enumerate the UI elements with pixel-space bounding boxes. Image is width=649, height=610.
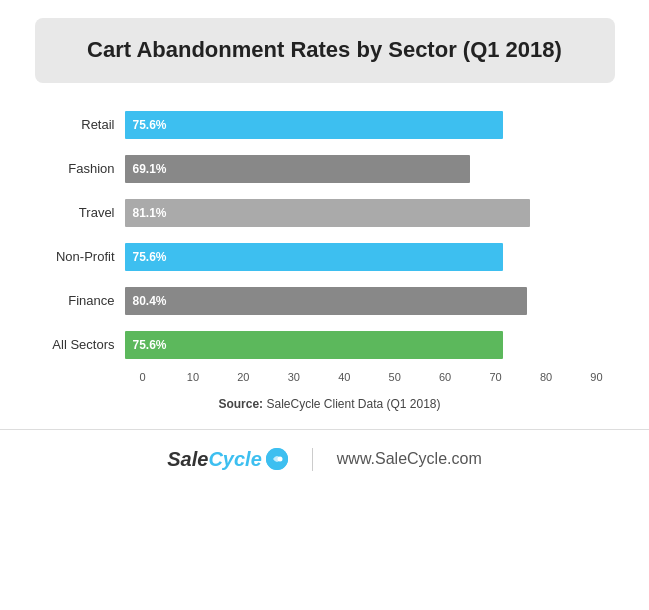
x-axis-label: 30: [276, 371, 312, 383]
x-axis-label: 0: [125, 371, 161, 383]
bar: 75.6%: [125, 331, 503, 359]
source-value: SaleCycle Client Data (Q1 2018): [263, 397, 440, 411]
bar-container: 75.6%: [125, 331, 615, 359]
bar-container: 81.1%: [125, 199, 615, 227]
bar-value-label: 81.1%: [133, 206, 167, 220]
x-axis-label: 50: [377, 371, 413, 383]
chart-title: Cart Abandonment Rates by Sector (Q1 201…: [65, 36, 585, 65]
bar-row: Retail75.6%: [45, 103, 615, 147]
footer: SaleCycle www.SaleCycle.com: [0, 429, 649, 489]
bar-label: Non-Profit: [45, 249, 125, 264]
brand-icon: [266, 448, 288, 470]
bar-value-label: 75.6%: [133, 118, 167, 132]
bar-row: Finance80.4%: [45, 279, 615, 323]
bar: 69.1%: [125, 155, 471, 183]
chart-bars: Retail75.6%Fashion69.1%Travel81.1%Non-Pr…: [45, 103, 615, 367]
bar-container: 80.4%: [125, 287, 615, 315]
bar-label: Fashion: [45, 161, 125, 176]
x-axis: 0102030405060708090: [125, 371, 615, 383]
x-axis-label: 80: [528, 371, 564, 383]
x-axis-labels: 0102030405060708090: [125, 371, 615, 383]
page-container: Cart Abandonment Rates by Sector (Q1 201…: [0, 0, 649, 610]
x-axis-label: 40: [326, 371, 362, 383]
chart-title-box: Cart Abandonment Rates by Sector (Q1 201…: [35, 18, 615, 83]
bar-value-label: 75.6%: [133, 250, 167, 264]
bar-container: 75.6%: [125, 243, 615, 271]
x-axis-label: 60: [427, 371, 463, 383]
x-axis-label: 20: [225, 371, 261, 383]
source-label: Source:: [218, 397, 263, 411]
bar-row: All Sectors75.6%: [45, 323, 615, 367]
bar-value-label: 80.4%: [133, 294, 167, 308]
bar-label: All Sectors: [45, 337, 125, 352]
bar-value-label: 69.1%: [133, 162, 167, 176]
bar-value-label: 75.6%: [133, 338, 167, 352]
bar-row: Non-Profit75.6%: [45, 235, 615, 279]
brand-logo: SaleCycle: [167, 448, 313, 471]
footer-url: www.SaleCycle.com: [313, 450, 482, 468]
bar-label: Travel: [45, 205, 125, 220]
source-text: Source: SaleCycle Client Data (Q1 2018): [45, 397, 615, 411]
bar-container: 75.6%: [125, 111, 615, 139]
x-axis-label: 70: [478, 371, 514, 383]
x-axis-label: 10: [175, 371, 211, 383]
bar: 75.6%: [125, 243, 503, 271]
bar-label: Retail: [45, 117, 125, 132]
bar: 81.1%: [125, 199, 531, 227]
chart-area: Retail75.6%Fashion69.1%Travel81.1%Non-Pr…: [35, 103, 615, 411]
bar-row: Travel81.1%: [45, 191, 615, 235]
bar-container: 69.1%: [125, 155, 615, 183]
bar-row: Fashion69.1%: [45, 147, 615, 191]
x-axis-label: 90: [578, 371, 614, 383]
bar-label: Finance: [45, 293, 125, 308]
bar: 80.4%: [125, 287, 527, 315]
brand-icon-svg: [266, 448, 288, 470]
bar: 75.6%: [125, 111, 503, 139]
svg-point-1: [277, 457, 282, 462]
